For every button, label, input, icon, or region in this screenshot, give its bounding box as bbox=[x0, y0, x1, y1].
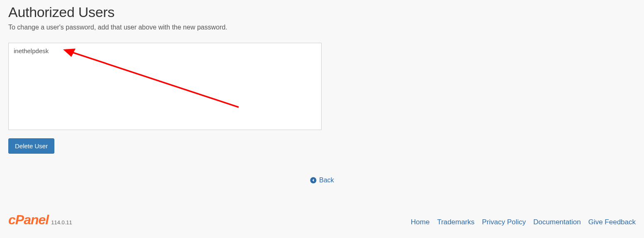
footer-link-privacy[interactable]: Privacy Policy bbox=[482, 218, 526, 226]
footer-left: cPanel 114.0.11 bbox=[8, 213, 72, 226]
cpanel-logo: cPanel bbox=[8, 213, 49, 226]
footer-link-feedback[interactable]: Give Feedback bbox=[588, 218, 636, 226]
user-list-item[interactable]: inethelpdesk bbox=[14, 47, 316, 55]
arrow-left-circle-icon bbox=[310, 177, 317, 184]
back-link[interactable]: Back bbox=[310, 177, 334, 184]
version-text: 114.0.11 bbox=[51, 219, 72, 226]
back-link-label: Back bbox=[319, 177, 334, 184]
authorized-users-listbox[interactable]: inethelpdesk bbox=[8, 43, 322, 130]
page-title: Authorized Users bbox=[8, 4, 636, 20]
footer-link-trademarks[interactable]: Trademarks bbox=[437, 218, 474, 226]
footer-link-docs[interactable]: Documentation bbox=[533, 218, 581, 226]
footer-right: Home Trademarks Privacy Policy Documenta… bbox=[411, 218, 636, 226]
footer: cPanel 114.0.11 Home Trademarks Privacy … bbox=[0, 213, 644, 226]
page-subtitle: To change a user's password, add that us… bbox=[8, 24, 636, 31]
footer-link-home[interactable]: Home bbox=[411, 218, 429, 226]
delete-user-button[interactable]: Delete User bbox=[8, 138, 54, 154]
user-list-wrapper: inethelpdesk bbox=[8, 43, 322, 130]
back-row: Back bbox=[8, 177, 636, 185]
